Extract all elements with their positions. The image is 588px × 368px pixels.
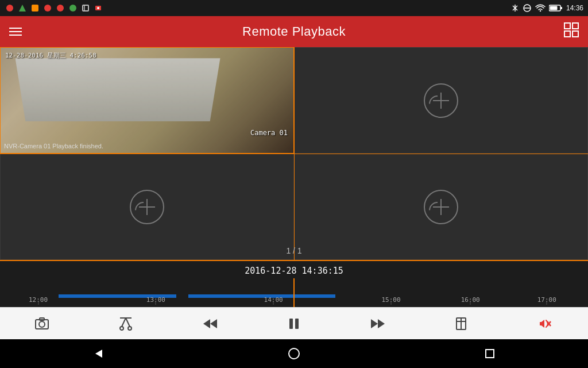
svg-rect-1 — [32, 5, 38, 12]
svg-rect-13 — [560, 7, 562, 9]
video-cell-4[interactable] — [294, 154, 588, 260]
no-signal-icon — [523, 4, 532, 12]
svg-rect-29 — [289, 319, 293, 329]
svg-rect-18 — [572, 31, 578, 37]
svg-point-22 — [120, 327, 123, 330]
svg-marker-28 — [210, 319, 217, 328]
svg-rect-17 — [564, 31, 570, 37]
tick-4 — [390, 301, 391, 305]
playhead[interactable] — [293, 278, 295, 307]
page-indicator: 1 / 1 — [286, 246, 301, 255]
svg-rect-40 — [486, 350, 494, 358]
tick-1 — [38, 301, 38, 305]
app-icon-3 — [30, 3, 40, 13]
app-icon-2 — [17, 3, 28, 13]
svg-rect-5 — [83, 5, 88, 11]
svg-marker-27 — [203, 319, 210, 328]
add-camera-icon-2 — [424, 83, 458, 118]
battery-icon — [549, 4, 563, 12]
back-button[interactable] — [92, 347, 105, 360]
app-icon-8 — [93, 3, 103, 13]
tag-button[interactable] — [448, 310, 476, 338]
wifi-icon — [535, 4, 546, 12]
status-bar-right: 14:36 — [511, 4, 583, 12]
tick-3 — [273, 301, 274, 305]
status-bar: 14:36 — [0, 0, 588, 16]
timeline[interactable]: 2016-12-28 14:36:15 12:00 13:00 14:00 15… — [0, 261, 588, 307]
svg-point-2 — [44, 5, 51, 12]
menu-button[interactable] — [9, 28, 22, 36]
status-bar-left — [5, 3, 103, 13]
top-bar: Remote Playback — [0, 16, 588, 47]
video-cell-3[interactable] — [0, 154, 294, 260]
svg-point-20 — [39, 321, 45, 327]
svg-marker-31 — [371, 319, 378, 328]
cell-1-camera-label: Camera 01 — [250, 129, 288, 137]
svg-marker-32 — [378, 319, 385, 328]
svg-line-24 — [122, 318, 126, 327]
app-icon-7 — [80, 3, 91, 13]
bluetooth-icon — [511, 4, 519, 12]
video-grid: 12-28-2016 星期三 4:26:58 Camera 01 NVR-Cam… — [0, 47, 588, 261]
svg-rect-15 — [564, 23, 570, 29]
page-title: Remote Playback — [242, 24, 346, 39]
timeline-track[interactable]: 12:00 13:00 14:00 15:00 16:00 17:00 — [0, 278, 588, 307]
tick-6 — [547, 301, 547, 305]
timeline-date: 2016-12-28 14:36:15 — [0, 261, 588, 276]
clock: 14:36 — [566, 4, 583, 12]
app-icon-1 — [5, 3, 15, 13]
video-cell-2[interactable] — [294, 47, 588, 154]
tick-2 — [156, 301, 156, 305]
svg-rect-14 — [550, 6, 557, 10]
home-button[interactable] — [288, 347, 300, 360]
cell-1-timestamp: 12-28-2016 星期三 4:26:58 — [5, 51, 96, 60]
grid-button[interactable] — [564, 22, 579, 41]
app-icon-6 — [68, 3, 78, 13]
cut-button[interactable] — [112, 310, 140, 338]
bottom-toolbar — [0, 307, 588, 339]
svg-point-4 — [69, 5, 76, 12]
recording-bar-2 — [188, 294, 335, 298]
svg-rect-30 — [295, 319, 299, 329]
app-icon-4 — [42, 3, 53, 13]
svg-point-23 — [128, 327, 131, 330]
cell-1-status: NVR-Camera 01 Playback finished. — [4, 143, 103, 150]
add-camera-icon-3 — [130, 190, 164, 224]
svg-rect-16 — [572, 23, 578, 29]
horizontal-divider — [0, 154, 588, 154]
screenshot-button[interactable] — [28, 310, 56, 338]
rewind-button[interactable] — [196, 310, 224, 338]
svg-point-3 — [57, 5, 64, 12]
video-cell-1[interactable]: 12-28-2016 星期三 4:26:58 Camera 01 NVR-Cam… — [0, 47, 294, 154]
fast-forward-button[interactable] — [364, 310, 392, 338]
add-camera-icon-4 — [424, 190, 458, 224]
app-icon-5 — [55, 3, 65, 13]
svg-point-39 — [289, 348, 299, 359]
svg-marker-0 — [19, 5, 26, 12]
nav-bar — [0, 339, 588, 368]
recent-button[interactable] — [483, 347, 496, 360]
svg-line-25 — [126, 318, 130, 327]
tick-5 — [470, 301, 471, 305]
svg-marker-38 — [95, 350, 102, 358]
mute-button[interactable] — [532, 310, 560, 338]
pause-button[interactable] — [280, 310, 308, 338]
svg-point-8 — [97, 7, 99, 9]
